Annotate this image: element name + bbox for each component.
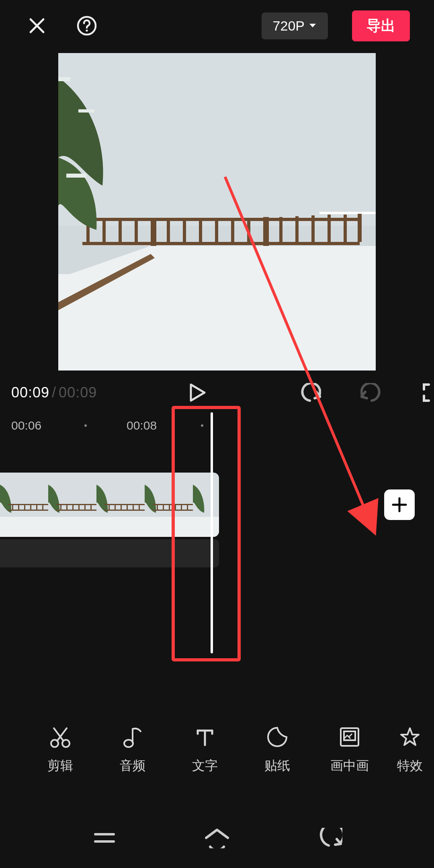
svg-rect-56 (115, 505, 116, 510)
playhead[interactable] (211, 412, 213, 653)
svg-rect-5 (82, 242, 360, 245)
svg-rect-13 (167, 218, 170, 245)
back-button[interactable] (313, 826, 346, 850)
tool-label: 画中画 (330, 757, 369, 775)
svg-rect-60 (139, 505, 140, 510)
svg-rect-3 (58, 53, 376, 226)
preview-area (0, 51, 434, 371)
tool-bar: 剪辑 音频 文字 贴纸 画中画 特效 (0, 703, 434, 796)
svg-rect-37 (24, 505, 25, 510)
svg-rect-18 (247, 218, 250, 245)
svg-rect-17 (231, 218, 234, 245)
svg-rect-16 (215, 218, 218, 245)
svg-rect-32 (0, 517, 48, 537)
svg-rect-57 (121, 505, 122, 510)
play-button[interactable] (189, 381, 206, 404)
tool-sticker[interactable]: 贴纸 (241, 724, 313, 775)
svg-rect-66 (163, 505, 164, 510)
time-display: 00:09/00:09 (11, 384, 97, 401)
timeline-area[interactable] (0, 437, 434, 650)
video-clip[interactable] (0, 473, 219, 537)
svg-rect-65 (157, 505, 158, 510)
svg-rect-48 (78, 505, 80, 510)
svg-rect-29 (78, 109, 94, 113)
tool-audio[interactable]: 音频 (96, 724, 169, 775)
play-icon (189, 383, 206, 402)
resolution-label: 720P (273, 18, 305, 34)
svg-rect-46 (66, 505, 68, 510)
svg-rect-20 (279, 217, 283, 244)
tool-fx[interactable]: 特效 (386, 724, 434, 775)
svg-rect-24 (344, 215, 347, 242)
svg-rect-6 (82, 218, 360, 221)
video-preview[interactable] (58, 53, 376, 371)
svg-rect-67 (169, 505, 170, 510)
tool-label: 剪辑 (47, 757, 73, 775)
menu-icon (93, 829, 116, 846)
svg-rect-49 (84, 505, 86, 510)
svg-rect-39 (36, 505, 37, 510)
tool-label: 特效 (397, 757, 423, 775)
music-note-icon (120, 724, 145, 750)
resolution-dropdown[interactable]: 720P (262, 12, 328, 39)
tool-label: 贴纸 (264, 757, 290, 775)
svg-rect-47 (72, 505, 74, 510)
recent-apps-button[interactable] (88, 826, 121, 850)
plus-icon (391, 496, 408, 514)
tool-label: 文字 (192, 757, 218, 775)
clip-thumb (0, 473, 48, 537)
help-icon (76, 15, 97, 36)
home-icon (204, 827, 230, 848)
preview-image (58, 53, 376, 371)
transport-bar: 00:09/00:09 (0, 371, 434, 415)
redo-button[interactable] (360, 381, 383, 404)
audio-track[interactable] (0, 539, 219, 567)
svg-point-1 (86, 29, 88, 31)
fullscreen-icon (422, 383, 434, 402)
chevron-down-icon (309, 23, 317, 29)
ruler-tick (201, 424, 203, 427)
redo-icon (360, 383, 383, 402)
sticker-icon (264, 724, 290, 750)
svg-rect-10 (119, 221, 122, 245)
export-button[interactable]: 导出 (352, 10, 410, 41)
ruler-label: 00:08 (127, 419, 157, 432)
help-button[interactable] (74, 13, 100, 39)
svg-rect-19 (263, 217, 269, 251)
close-icon (27, 16, 47, 35)
svg-rect-40 (42, 505, 43, 510)
timeline-ruler[interactable]: 00:06 00:08 (0, 415, 434, 437)
svg-rect-68 (175, 505, 176, 510)
time-duration: 00:09 (59, 384, 97, 401)
svg-point-75 (124, 740, 133, 747)
svg-rect-7 (319, 212, 376, 214)
star-icon (397, 724, 423, 750)
svg-rect-11 (135, 221, 138, 245)
close-button[interactable] (24, 13, 50, 39)
back-icon (317, 828, 342, 848)
undo-button[interactable] (299, 381, 321, 404)
tool-pip[interactable]: 画中画 (313, 724, 386, 775)
clip-thumb (193, 473, 219, 537)
system-nav-bar (0, 808, 434, 868)
editor-header: 720P 导出 (0, 0, 434, 51)
svg-rect-70 (187, 505, 188, 510)
svg-rect-25 (358, 214, 362, 242)
tool-label: 音频 (120, 757, 145, 775)
tool-edit[interactable]: 剪辑 (24, 724, 96, 775)
undo-icon (299, 383, 321, 402)
svg-rect-42 (48, 517, 96, 537)
svg-rect-21 (295, 216, 299, 244)
svg-rect-22 (311, 215, 315, 243)
time-current: 00:09 (11, 384, 49, 401)
home-button[interactable] (201, 826, 233, 850)
svg-rect-50 (90, 505, 92, 510)
svg-rect-9 (102, 221, 106, 245)
svg-marker-26 (58, 246, 376, 371)
svg-rect-59 (133, 505, 134, 510)
export-label: 导出 (366, 17, 395, 34)
add-clip-button[interactable] (384, 489, 415, 520)
svg-rect-30 (66, 174, 86, 178)
tool-text[interactable]: 文字 (169, 724, 241, 775)
fullscreen-button[interactable] (422, 381, 434, 404)
